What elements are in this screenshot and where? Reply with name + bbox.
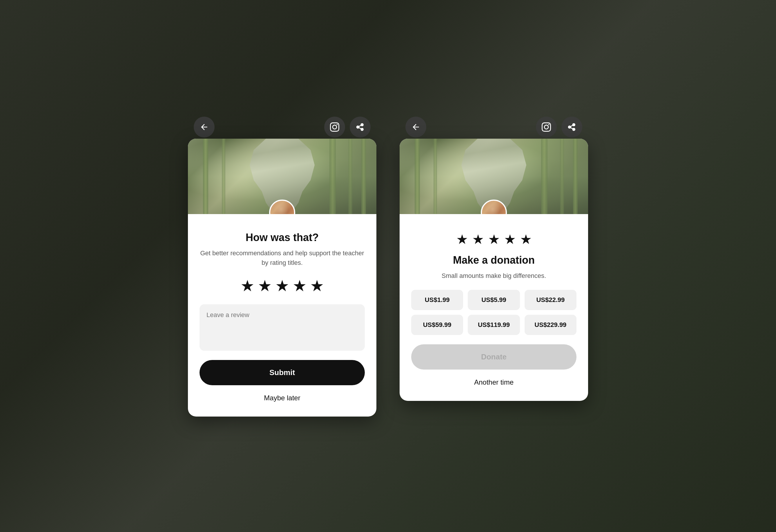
- donate-button[interactable]: Donate: [411, 344, 576, 370]
- left-star-5[interactable]: ★: [310, 277, 324, 295]
- left-stars: ★ ★ ★ ★ ★: [200, 277, 365, 295]
- main-container: How was that? Get better recommendations…: [188, 116, 588, 416]
- right-card-body: ★ ★ ★ ★ ★ Make a donation Small amounts …: [400, 214, 588, 401]
- right-avatar: [481, 200, 507, 214]
- left-back-button[interactable]: [194, 117, 215, 138]
- left-header-right: [324, 117, 371, 138]
- left-share-button[interactable]: [350, 117, 371, 138]
- right-card: ★ ★ ★ ★ ★ Make a donation Small amounts …: [400, 139, 588, 401]
- amount-btn-5[interactable]: US$229.99: [525, 315, 576, 335]
- amount-btn-0[interactable]: US$1.99: [411, 290, 463, 310]
- left-instagram-button[interactable]: [324, 117, 345, 138]
- right-card-image: [400, 139, 588, 214]
- left-card-image: [188, 139, 376, 214]
- maybe-later-button[interactable]: Maybe later: [261, 391, 303, 405]
- right-back-button[interactable]: [405, 117, 426, 138]
- right-card-title: Make a donation: [411, 254, 576, 266]
- donation-amount-grid: US$1.99 US$5.99 US$22.99 US$59.99 US$119…: [411, 290, 576, 335]
- left-star-2[interactable]: ★: [258, 277, 272, 295]
- left-phone: How was that? Get better recommendations…: [188, 116, 376, 416]
- left-card-body: How was that? Get better recommendations…: [188, 214, 376, 416]
- amount-btn-1[interactable]: US$5.99: [468, 290, 520, 310]
- left-card: How was that? Get better recommendations…: [188, 139, 376, 416]
- left-avatar: [269, 200, 295, 214]
- right-star-3[interactable]: ★: [488, 231, 500, 247]
- amount-btn-2[interactable]: US$22.99: [525, 290, 576, 310]
- right-star-1[interactable]: ★: [456, 231, 468, 247]
- left-phone-header: [188, 116, 376, 139]
- right-star-2[interactable]: ★: [472, 231, 484, 247]
- review-textarea[interactable]: [200, 304, 365, 351]
- right-star-5[interactable]: ★: [520, 231, 532, 247]
- right-header-right: [536, 117, 582, 138]
- right-instagram-button[interactable]: [536, 117, 557, 138]
- another-time-button[interactable]: Another time: [471, 375, 517, 389]
- left-star-1[interactable]: ★: [240, 277, 254, 295]
- submit-button[interactable]: Submit: [200, 360, 365, 385]
- right-card-subtitle: Small amounts make big differences.: [411, 271, 576, 281]
- amount-btn-4[interactable]: US$119.99: [468, 315, 520, 335]
- left-card-subtitle: Get better recommendations and help supp…: [200, 248, 365, 268]
- right-phone: ★ ★ ★ ★ ★ Make a donation Small amounts …: [400, 116, 588, 401]
- right-avatar-wrap: [481, 200, 507, 214]
- left-card-title: How was that?: [200, 231, 365, 244]
- left-avatar-wrap: [269, 200, 295, 214]
- right-stars: ★ ★ ★ ★ ★: [411, 231, 576, 247]
- right-phone-header: [400, 116, 588, 139]
- left-star-3[interactable]: ★: [275, 277, 289, 295]
- right-star-4[interactable]: ★: [504, 231, 516, 247]
- left-star-4[interactable]: ★: [293, 277, 307, 295]
- right-share-button[interactable]: [561, 117, 582, 138]
- amount-btn-3[interactable]: US$59.99: [411, 315, 463, 335]
